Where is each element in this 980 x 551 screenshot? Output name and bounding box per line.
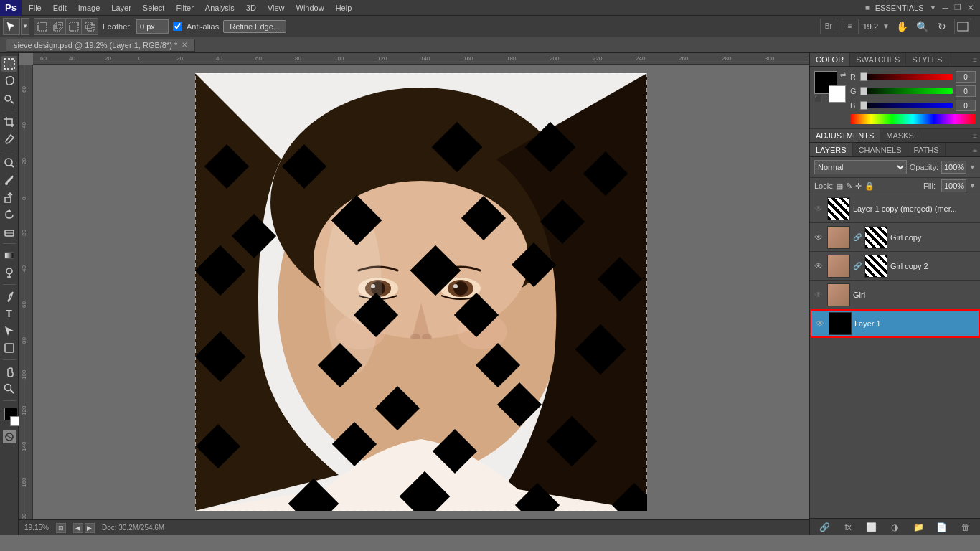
scroll-prev-btn[interactable]: ◀ [73,523,83,533]
hand-tool-sidebar[interactable] [1,364,17,380]
document-tab[interactable]: sieve design.psd @ 19.2% (Layer 1, RGB/8… [6,39,195,52]
opacity-dropdown-icon[interactable]: ▼ [969,164,976,171]
close-document-icon[interactable]: ✕ [182,41,187,49]
reset-colors-icon[interactable]: ⬛ [814,95,822,103]
hand-tool-btn[interactable]: ✋ [894,19,910,34]
add-folder-btn[interactable]: 📁 [912,521,925,534]
restore-btn[interactable]: ❐ [954,3,961,12]
eraser-tool[interactable] [1,224,17,240]
lock-pixels-icon[interactable]: ✎ [846,182,852,191]
layer-row-girl-copy2[interactable]: 👁 🔗 Girl copy 2 [810,252,980,281]
marquee-tool[interactable] [1,56,17,72]
workspace-dropdown-icon[interactable]: ▼ [930,4,937,11]
add-mask-btn[interactable]: ⬜ [865,521,878,534]
photo-canvas[interactable] [195,73,647,511]
feather-input[interactable] [136,19,169,34]
gradient-tool[interactable] [1,248,17,263]
subtract-selection-btn[interactable] [66,19,82,34]
add-selection-btn[interactable] [50,19,66,34]
tab-color[interactable]: COLOR [810,53,850,66]
pen-tool[interactable] [1,288,17,304]
g-value[interactable] [956,85,976,97]
minimize-btn[interactable]: ─ [942,3,948,13]
scroll-next-btn[interactable]: ▶ [85,523,95,533]
new-selection-btn[interactable] [34,19,50,34]
fill-input[interactable] [941,179,966,192]
close-btn[interactable]: ✕ [967,3,974,13]
refine-edge-btn[interactable]: Refine Edge... [223,20,286,33]
mini-bridge-btn[interactable]: ≡ [842,19,859,34]
layer-visibility-eye-girl[interactable]: 👁 [813,289,824,301]
r-slider-thumb[interactable] [860,72,867,81]
menu-select[interactable]: Select [137,0,171,16]
crop-tool[interactable] [1,114,17,130]
menu-analysis[interactable]: Analysis [199,0,240,16]
anti-alias-checkbox[interactable] [173,22,182,31]
zoom-tool-btn[interactable]: 🔍 [914,19,930,34]
brush-tool[interactable] [1,172,17,188]
opacity-input[interactable] [941,161,966,174]
add-fx-btn[interactable]: fx [842,521,854,534]
shape-tool[interactable] [1,340,17,356]
menu-3d[interactable]: 3D [240,0,262,16]
adj-panel-options-icon[interactable]: ≡ [970,129,980,142]
menu-help[interactable]: Help [330,0,358,16]
history-brush-tool[interactable] [1,207,17,222]
add-adjustment-btn[interactable]: ◑ [888,521,901,534]
delete-layer-btn[interactable]: 🗑 [959,521,972,534]
menu-window[interactable]: Window [291,0,330,16]
menu-image[interactable]: Image [72,0,106,16]
zoom-fit-btn[interactable]: ⊡ [56,523,66,533]
quick-select-tool[interactable] [1,90,17,106]
layer-visibility-eye-girl-copy2[interactable]: 👁 [813,260,824,272]
panel-options-icon[interactable]: ≡ [970,53,980,66]
swap-colors-icon[interactable]: ⇄ [840,71,846,79]
link-layers-btn[interactable]: 🔗 [818,521,831,534]
tab-adjustments[interactable]: ADJUSTMENTS [810,129,880,142]
tab-paths[interactable]: PATHS [908,143,946,156]
zoom-dropdown[interactable]: ▼ [882,22,890,30]
new-layer-btn[interactable]: 📄 [936,521,948,534]
intersect-selection-btn[interactable] [82,19,98,34]
lasso-tool[interactable] [1,73,17,89]
color-spectrum[interactable] [850,114,976,124]
dodge-tool[interactable] [1,265,17,281]
layer-visibility-eye-layer1[interactable]: 👁 [814,318,826,329]
rotate-view-btn[interactable]: ↻ [934,19,950,34]
layer-visibility-eye-girl-copy[interactable]: 👁 [813,232,824,243]
b-slider-thumb[interactable] [860,101,867,110]
menu-file[interactable]: File [23,0,47,16]
lock-transparent-icon[interactable]: ▦ [836,182,843,191]
workspace-label[interactable]: ESSENTIALS [875,4,924,12]
menu-filter[interactable]: Filter [170,0,199,16]
path-select-tool[interactable] [1,323,17,339]
clone-stamp-tool[interactable] [1,189,17,205]
layer-row-layer1[interactable]: 👁 Layer 1 [810,309,980,338]
layer-row-merged[interactable]: 👁 Layer 1 copy (merged) (mer... [810,194,980,223]
lock-all-icon[interactable]: 🔒 [864,182,875,191]
blend-mode-select[interactable]: Normal Multiply Screen Overlay [814,160,907,174]
tab-styles[interactable]: STYLES [906,53,948,66]
tab-layers[interactable]: LAYERS [810,143,853,156]
screen-mode-btn[interactable] [954,19,971,34]
current-tool-icon[interactable]: ▼ [3,18,29,35]
spot-healing-tool[interactable] [1,155,17,171]
layer-visibility-eye-merged[interactable]: 👁 [813,203,824,215]
quick-mask-btn[interactable] [3,430,16,443]
text-tool[interactable]: T [1,306,17,321]
lock-position-icon[interactable]: ✛ [855,182,862,191]
tab-masks[interactable]: MASKS [880,129,920,142]
layer-chain-icon-girl-copy[interactable]: 🔗 [853,233,862,242]
eyedropper-tool[interactable] [1,131,17,147]
layers-panel-options-icon[interactable]: ≡ [970,143,980,156]
menu-layer[interactable]: Layer [105,0,137,16]
bridge-btn[interactable]: Br [820,19,837,34]
tab-channels[interactable]: CHANNELS [853,143,908,156]
menu-view[interactable]: View [262,0,291,16]
background-swatch[interactable] [829,85,846,103]
menu-edit[interactable]: Edit [47,0,72,16]
layer-chain-icon-girl-copy2[interactable]: 🔗 [853,262,862,270]
zoom-tool-sidebar[interactable] [1,381,17,397]
fill-dropdown-icon[interactable]: ▼ [969,182,976,189]
r-value[interactable] [956,71,976,83]
